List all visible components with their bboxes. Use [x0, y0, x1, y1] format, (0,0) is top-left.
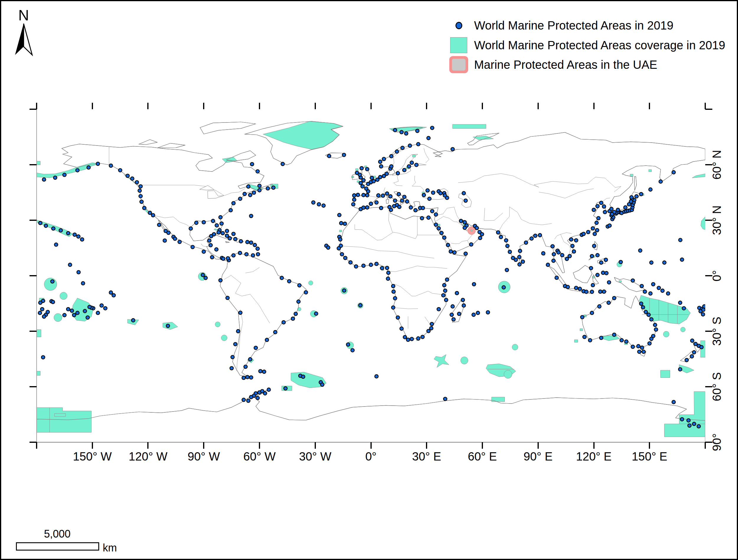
mpa-point [377, 194, 380, 197]
mpa-point [352, 194, 356, 197]
mpa-point [254, 346, 258, 349]
mpa-point [605, 271, 608, 275]
lon-tick-top [705, 103, 706, 109]
lon-tick-bottom [537, 442, 539, 449]
mpa-point [68, 263, 72, 267]
mpa-point [649, 292, 652, 295]
mpa-point [697, 425, 701, 428]
mpa-point [387, 271, 390, 275]
mpa-point [256, 170, 260, 173]
mpa-point [639, 302, 643, 306]
mpa-point [53, 176, 57, 180]
mpa-point [369, 202, 373, 206]
mpa-point [449, 250, 452, 253]
mpa-point [338, 214, 341, 217]
mpa-point [588, 339, 592, 342]
lon-tick-top [537, 103, 539, 109]
mpa-point [405, 200, 409, 203]
mpa-point [572, 250, 576, 253]
mpa-point [222, 257, 225, 260]
mpa-coverage-polygon [491, 397, 504, 402]
mpa-point [142, 206, 146, 210]
mpa-point [450, 313, 453, 316]
mpa-point [77, 235, 80, 238]
mpa-point [81, 282, 85, 285]
mpa-point [533, 234, 537, 238]
lon-tick-bottom [649, 442, 650, 449]
longitude-label: 90° W [188, 450, 220, 463]
lat-tick-right [705, 109, 712, 110]
mpa-point [372, 180, 375, 183]
mpa-point [130, 177, 134, 180]
mpa-point [598, 305, 601, 308]
mpa-point [104, 306, 107, 310]
mpa-point [443, 289, 447, 293]
lon-tick-top [203, 103, 204, 109]
mpa-point [80, 238, 84, 241]
mpa-point [521, 260, 524, 263]
mpa-point [396, 172, 400, 175]
mpa-point [391, 284, 395, 288]
mpa-point [249, 357, 252, 361]
mpa-point [420, 216, 424, 220]
mpa-point [202, 221, 206, 224]
mpa-point [86, 316, 89, 319]
mpa-point [365, 193, 369, 197]
mpa-point [653, 323, 657, 327]
mpa-point [219, 279, 222, 282]
mpa-point [249, 193, 252, 197]
landmass [200, 122, 256, 134]
lat-tick-left [29, 275, 37, 276]
mpa-point [462, 304, 465, 307]
mpa-point [76, 169, 79, 172]
lon-tick-top [147, 103, 148, 109]
mpa-point [678, 301, 682, 305]
mpa-point [230, 366, 234, 370]
mpa-point [349, 261, 352, 264]
mpa-point [258, 184, 261, 188]
mpa-point [265, 338, 269, 342]
lat-tick-left [29, 109, 37, 110]
map-figure-page: N World Marine Protected Areas in 2019 W… [0, 0, 738, 560]
mpa-point [322, 204, 325, 208]
mpa-coverage-polygon [356, 169, 358, 171]
mpa-point [703, 305, 705, 308]
mpa-point [217, 231, 221, 234]
mpa-point [209, 244, 213, 247]
mpa-point [663, 261, 666, 265]
mpa-point [87, 166, 90, 169]
mpa-point [551, 244, 555, 248]
mpa-coverage-circle [460, 357, 468, 364]
mpa-point [638, 350, 641, 354]
mpa-coverage-circle [215, 322, 221, 327]
legend-item-coverage: World Marine Protected Areas coverage in… [443, 37, 725, 53]
mpa-point [393, 128, 397, 132]
mpa-point [189, 227, 193, 230]
mpa-point [245, 252, 248, 256]
mpa-point [375, 374, 378, 378]
mpa-point [601, 271, 605, 275]
mpa-point [44, 224, 47, 228]
lon-tick-top [593, 103, 595, 109]
mpa-point [215, 248, 218, 251]
mpa-point [571, 244, 574, 248]
mpa-coverage-polygon [37, 371, 40, 375]
mpa-coverage-circle [680, 327, 685, 332]
mpa-point [408, 144, 412, 148]
mpa-point [445, 278, 449, 281]
mpa-point [591, 283, 595, 287]
mpa-point [453, 251, 456, 254]
north-arrow-label: N [12, 8, 35, 23]
mpa-point [416, 336, 420, 340]
mpa-point [40, 307, 44, 311]
mpa-point [281, 163, 285, 166]
lon-tick-bottom [315, 442, 316, 449]
mpa-point [546, 263, 549, 267]
mpa-point [100, 304, 103, 307]
mpa-point [242, 376, 246, 380]
mpa-point [642, 350, 645, 354]
mpa-point [250, 376, 253, 379]
mpa-point [219, 216, 222, 219]
mpa-point [415, 163, 418, 167]
mpa-point [362, 206, 365, 209]
